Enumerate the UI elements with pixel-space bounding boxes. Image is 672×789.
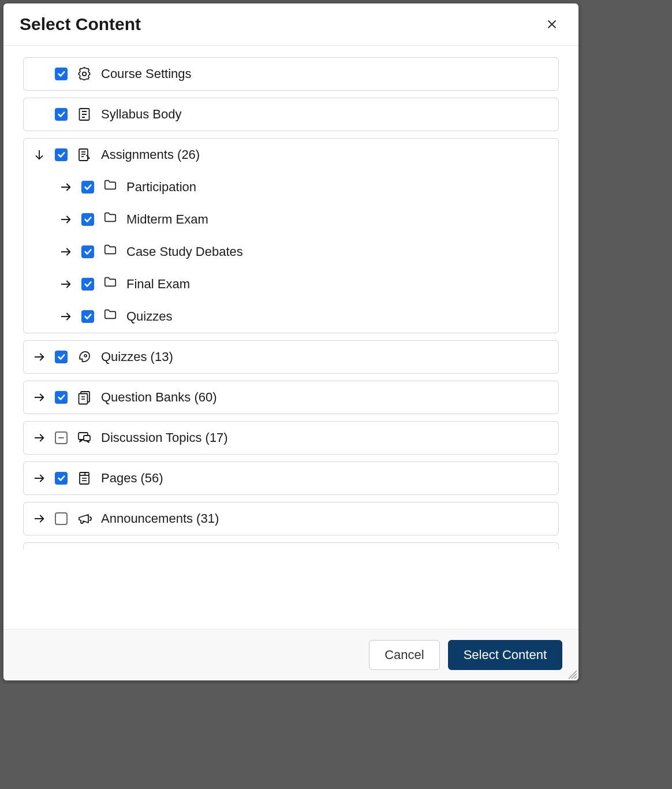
arrow-right-icon: [59, 310, 72, 323]
content-label: Participation: [126, 180, 196, 195]
content-subrow: Participation: [24, 171, 558, 203]
expand-toggle[interactable]: [58, 212, 73, 227]
expand-toggle[interactable]: [32, 471, 47, 486]
modal-title: Select Content: [20, 14, 141, 34]
content-checkbox[interactable]: [55, 148, 68, 161]
arrow-right-icon: [33, 391, 46, 404]
modal-footer: Cancel Select Content: [3, 629, 578, 680]
content-row: Question Banks (60): [24, 381, 558, 414]
expand-toggle[interactable]: [32, 349, 47, 364]
content-row: Discussion Topics (17): [24, 422, 558, 454]
close-button[interactable]: [542, 14, 562, 35]
checkmark-icon: [57, 151, 65, 159]
arrow-right-icon: [59, 213, 72, 226]
checkmark-icon: [57, 110, 65, 118]
expand-toggle[interactable]: [58, 277, 73, 292]
content-row: Quizzes (13): [24, 341, 558, 373]
content-group: Quizzes (13): [23, 340, 559, 374]
expand-toggle[interactable]: [32, 390, 47, 405]
content-checkbox[interactable]: [55, 108, 68, 121]
question-bank-icon: [76, 389, 93, 406]
content-row: Assignments (26): [24, 139, 558, 171]
content-checkbox[interactable]: [55, 472, 68, 485]
checkmark-icon: [84, 312, 92, 321]
content-checkbox[interactable]: [55, 68, 68, 80]
content-label: Discussion Topics (17): [101, 430, 228, 445]
arrow-right-icon: [59, 181, 72, 193]
content-group: Syllabus Body: [23, 98, 559, 131]
arrow-right-icon: [33, 431, 46, 444]
folder-icon: [102, 209, 118, 225]
content-checkbox[interactable]: [55, 431, 68, 444]
content-group: [23, 542, 559, 549]
assignments-icon: [76, 146, 93, 163]
arrow-right-icon: [59, 278, 72, 291]
pages-icon: [76, 470, 93, 487]
content-row: Course Settings: [24, 58, 558, 90]
expand-toggle[interactable]: [32, 430, 47, 445]
folder-icon: [102, 241, 118, 258]
content-checkbox[interactable]: [55, 391, 68, 404]
checkmark-icon: [57, 353, 65, 361]
resize-handle-icon: [567, 669, 577, 679]
content-checkbox[interactable]: [81, 213, 94, 226]
content-label: Quizzes (13): [101, 349, 173, 364]
cancel-button[interactable]: Cancel: [369, 640, 439, 670]
content-row: Pages (56): [24, 462, 558, 494]
close-icon: [546, 18, 558, 30]
syllabus-icon: [76, 106, 93, 123]
content-group: Question Banks (60): [23, 381, 559, 414]
expand-toggle[interactable]: [58, 180, 73, 195]
content-checkbox[interactable]: [81, 181, 94, 193]
megaphone-icon: [76, 510, 93, 527]
expand-toggle[interactable]: [58, 309, 73, 324]
content-group: Pages (56): [23, 462, 559, 495]
content-checkbox[interactable]: [81, 310, 94, 323]
content-row: Announcements (31): [24, 503, 558, 535]
content-checkbox[interactable]: [81, 245, 94, 258]
content-group: Course Settings: [23, 57, 559, 91]
content-group: Discussion Topics (17): [23, 421, 559, 455]
content-checkbox[interactable]: [55, 512, 68, 525]
content-group: Announcements (31): [23, 502, 559, 535]
expand-toggle[interactable]: [58, 244, 73, 259]
folder-icon: [102, 274, 118, 290]
folder-icon: [102, 306, 118, 322]
content-label: Quizzes: [126, 309, 172, 324]
folder-icon: [102, 177, 118, 193]
content-label: Syllabus Body: [101, 107, 181, 122]
modal-body[interactable]: Course SettingsSyllabus BodyAssignments …: [3, 46, 578, 629]
content-group: Assignments (26)ParticipationMidterm Exa…: [23, 138, 559, 333]
content-label: Final Exam: [126, 277, 190, 292]
expand-toggle[interactable]: [32, 511, 47, 526]
gear-icon: [76, 65, 93, 83]
discussion-icon: [76, 429, 93, 446]
arrow-right-icon: [33, 472, 46, 485]
select-content-button[interactable]: Select Content: [448, 640, 562, 670]
content-checkbox[interactable]: [55, 351, 68, 363]
content-subrow: Case Study Debates: [24, 236, 558, 268]
content-row: Syllabus Body: [24, 98, 558, 131]
checkmark-icon: [57, 70, 65, 78]
rocket-icon: [76, 348, 93, 366]
content-label: Pages (56): [101, 471, 163, 486]
expand-toggle[interactable]: [32, 147, 47, 162]
arrow-right-icon: [59, 245, 72, 258]
arrow-down-icon: [33, 148, 46, 161]
checkmark-icon: [57, 393, 65, 401]
checkmark-icon: [84, 280, 92, 288]
content-label: Assignments (26): [101, 147, 200, 162]
arrow-right-icon: [33, 351, 46, 363]
content-label: Question Banks (60): [101, 390, 217, 405]
content-checkbox[interactable]: [81, 278, 94, 291]
select-content-modal: Select Content Course SettingsSyllabus B…: [3, 3, 578, 680]
content-label: Case Study Debates: [126, 244, 243, 259]
content-label: Midterm Exam: [126, 212, 208, 227]
checkmark-icon: [84, 183, 92, 191]
content-label: Announcements (31): [101, 511, 219, 526]
modal-header: Select Content: [3, 3, 578, 46]
checkmark-icon: [84, 248, 92, 256]
checkmark-icon: [57, 474, 65, 482]
content-label: Course Settings: [101, 66, 192, 81]
content-subrow: Quizzes: [24, 300, 558, 333]
